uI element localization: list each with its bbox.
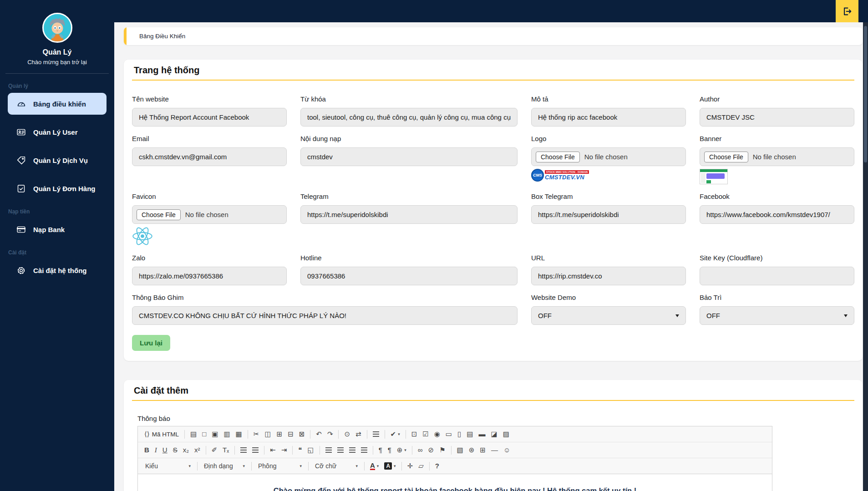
logout-button[interactable] [836,0,858,22]
banner-file-input[interactable]: Choose File No file chosen [700,147,854,166]
save-button[interactable]: Lưu lại [132,335,170,351]
url-input[interactable]: https://rip.cmstdev.co [531,267,686,285]
horizontal-rule-button[interactable]: ― [489,445,500,456]
button-field-button[interactable]: ▬ [476,429,487,440]
scrollbar-thumb[interactable] [864,26,867,162]
language-button[interactable]: ⊕▾ [395,445,409,456]
about-icon: ? [435,461,439,471]
select-all-button[interactable] [371,430,381,438]
author-input[interactable]: CMSTDEV JSC [700,108,854,127]
numbered-list-button[interactable] [238,446,249,454]
hidden-field-button[interactable]: ▨ [501,429,512,440]
site-key-input[interactable] [700,267,854,285]
remove-format-button[interactable]: Tₓ [220,445,231,456]
email-input[interactable]: cskh.cmstdev.vn@gmail.com [132,147,287,166]
editor-content[interactable]: Chào mừng đến với hệ thống report tài kh… [138,474,772,491]
favicon-file-input[interactable]: Choose File No file chosen [132,205,287,224]
superscript-button[interactable]: x² [192,445,203,456]
form-button[interactable]: ⊡ [409,429,420,440]
sidebar-item-orders[interactable]: Quản Lý Đơn Hàng [8,177,107,199]
new-page-button[interactable]: □ [200,429,208,440]
unlink-button[interactable]: ⊘ [426,445,437,456]
paste-button[interactable]: ⊞ [274,429,285,440]
copy-button[interactable]: ◫ [262,429,273,440]
zalo-input[interactable]: https://zalo.me/0937665386 [132,267,287,285]
ten-website-input[interactable]: Hệ Thống Report Account Facebook [132,108,287,127]
subscript-button[interactable]: x₂ [181,445,191,456]
text-direction-rtl-button[interactable]: ¶ [386,445,394,456]
outdent-button[interactable]: ⇤ [268,445,278,456]
save-button[interactable]: ▤ [188,429,199,440]
show-blocks-button[interactable]: ▱ [416,461,426,471]
checkbox-button[interactable]: ☑ [420,429,431,440]
select-field-button[interactable]: ▤ [464,429,475,440]
image-button-button[interactable]: ◪ [488,429,499,440]
text-direction-ltr-button[interactable]: ¶ [376,445,385,456]
mo-ta-input[interactable]: Hệ thống rip acc facebook [531,108,686,127]
align-right-button[interactable] [347,446,358,454]
sidebar-item-services[interactable]: Quản Lý Dịch Vụ [8,149,107,171]
tu-khoa-input[interactable]: tool, sieutool, công cụ, thuê công cụ, q… [300,108,518,127]
about-button[interactable]: ? [433,461,442,471]
indent-button[interactable]: ⇥ [279,445,289,456]
find-button[interactable]: ⊙ [342,429,352,440]
image-button[interactable]: ▧ [455,445,466,456]
anchor-button[interactable]: ⚑ [437,445,447,456]
copy-formatting-button[interactable]: ✐ [209,445,220,456]
bao-tri-select[interactable]: OFF [700,306,854,325]
paste-word-button[interactable]: ⊠ [297,429,307,440]
font-combo[interactable]: Phông▾ [254,461,305,471]
website-demo-select[interactable]: OFF [531,306,686,325]
bulleted-list-button[interactable] [250,446,261,454]
align-center-button[interactable] [335,446,346,454]
sidebar-item-dashboard[interactable]: Bảng điều khiển [8,93,107,115]
preview-button[interactable]: ▣ [209,429,220,440]
hotline-input[interactable]: 0937665386 [300,267,518,285]
choose-file-button[interactable]: Choose File [704,152,748,162]
text-direction-ltr-icon: ¶ [379,445,382,455]
table-button[interactable]: ⊞ [477,445,488,456]
sidebar-item-users[interactable]: Quản Lý User [8,121,107,143]
textarea-button[interactable]: ▯ [455,429,463,440]
spell-check-button[interactable]: ✔▾ [388,429,402,440]
box-telegram-input[interactable]: https://t.me/superidolskibdi [531,205,686,224]
undo-button[interactable]: ↶ [314,429,324,440]
maximize-button[interactable]: ✛ [405,461,416,471]
smiley-button[interactable]: ☺ [501,445,513,456]
templates-button[interactable]: ▦ [233,429,244,440]
underline-button[interactable]: U [160,445,170,456]
logo-file-input[interactable]: Choose File No file chosen [531,147,686,166]
align-left-button[interactable] [323,446,334,454]
background-color-button[interactable]: A▾ [382,461,398,471]
sidebar-item-nap-bank[interactable]: Nạp Bank [8,218,107,240]
replace-button[interactable]: ⇄ [353,429,364,440]
choose-file-button[interactable]: Choose File [536,152,580,162]
facebook-input[interactable]: https://www.facebook.com/kmstdev1907/ [700,205,854,224]
strikethrough-button[interactable]: S [171,445,180,456]
scrollbar[interactable] [863,22,868,491]
text-field-button[interactable]: ▭ [443,429,454,440]
sidebar-item-settings[interactable]: Cài đặt hệ thống [8,259,107,281]
div-container-button[interactable]: ◱ [305,445,316,456]
bold-button[interactable]: B [142,445,152,456]
cut-button[interactable]: ✂ [251,429,262,440]
text-color-button[interactable]: A▾ [368,461,381,471]
thong-bao-ghim-input[interactable]: CMSTDEV.CO KHÔNG CHỊU BẤT CỨ HÌNH THỨC P… [132,306,518,325]
choose-file-button[interactable]: Choose File [137,209,181,220]
font-size-combo[interactable]: Cỡ chữ▾ [311,461,361,471]
telegram-input[interactable]: https://t.me/superidolskibdi [300,205,518,224]
blockquote-button[interactable]: ❝ [296,445,304,456]
source-button[interactable]: ⟨⟩Mã HTML [142,429,181,440]
print-button[interactable]: ▥ [221,429,232,440]
paste-text-button[interactable]: ⊟ [285,429,296,440]
link-button[interactable]: ∞ [416,445,425,456]
radio-button[interactable]: ◉ [432,429,442,440]
italic-button[interactable]: I [152,445,159,456]
align-justify-button[interactable] [359,446,370,454]
sidebar-item-label: Quản Lý User [33,128,78,136]
styles-combo[interactable]: Kiểu▾ [142,461,194,471]
redo-button[interactable]: ↷ [325,429,335,440]
format-combo[interactable]: Định dạng▾ [200,461,249,471]
flash-button[interactable]: ⊛ [467,445,477,456]
noi-dung-nap-input[interactable]: cmstdev [300,147,518,166]
